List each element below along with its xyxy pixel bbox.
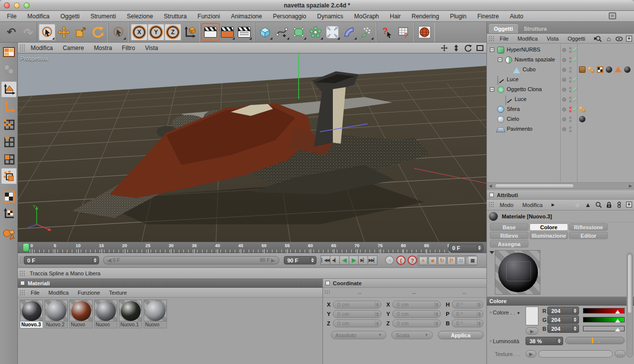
tab-oggetti[interactable]: Oggetti [489, 24, 518, 33]
scale-tool[interactable] [72, 24, 89, 41]
material-tag[interactable] [606, 66, 612, 73]
layer-dot[interactable] [562, 127, 566, 131]
enabled-check-icon[interactable]: ✓ [573, 105, 578, 112]
visibility-dot-editor[interactable] [569, 126, 572, 129]
checker-texture-tag[interactable] [597, 66, 603, 73]
r-gradient-slider[interactable] [583, 308, 625, 313]
viewport-zoom-icon[interactable] [452, 44, 461, 52]
vp-menu-filtro[interactable]: Filtro [122, 45, 135, 52]
coord-field-rot-b[interactable]: 0 ° [452, 319, 483, 327]
coord-field-scale-z[interactable]: 0 cm [392, 319, 441, 327]
visibility-dot-render[interactable] [569, 90, 572, 93]
polygon-mode-button[interactable] [1, 151, 17, 167]
tab-riflessione[interactable]: Riflessione [569, 223, 608, 231]
luminosity-field[interactable]: 38 % [526, 337, 563, 345]
menu-plugin[interactable]: Plugin [450, 13, 466, 20]
attr-menu-modifica[interactable]: Modifica [523, 202, 543, 208]
materials-menu-modifica[interactable]: Modifica [49, 290, 69, 296]
enabled-check-icon[interactable]: ✓ [573, 56, 578, 63]
smoothing-tag[interactable] [615, 66, 622, 72]
layer-dot[interactable] [562, 117, 566, 121]
timeline-playhead[interactable] [23, 243, 29, 252]
key-parameter-button[interactable]: P [447, 257, 456, 265]
render-settings-button[interactable] [219, 24, 236, 41]
visibility-dot-editor[interactable] [569, 87, 572, 89]
enabled-check-icon[interactable]: ✓ [573, 46, 578, 53]
search-icon[interactable] [595, 35, 602, 42]
layer-dot[interactable] [562, 78, 566, 82]
material-item[interactable]: Nuovo.1 [119, 300, 142, 328]
add-panel-icon[interactable]: + [626, 36, 632, 42]
collapse-icon[interactable]: − [490, 87, 494, 92]
window-mode-icon[interactable] [609, 12, 616, 19]
frame-field-ruler[interactable]: 0 F [449, 244, 483, 252]
redo-button[interactable]: ↷ [20, 24, 37, 41]
help-button[interactable]: ? [378, 24, 395, 41]
visibility-dot-editor[interactable] [569, 67, 572, 69]
key-scale-button[interactable]: ■ [428, 257, 437, 265]
menu-personaggio[interactable]: Personaggio [273, 13, 306, 20]
menu-animazione[interactable]: Animazione [231, 13, 262, 20]
panel-grip[interactable] [488, 202, 494, 208]
prev-frame-button[interactable]: ◀▏ [330, 256, 340, 265]
workplane-mode-button[interactable] [1, 206, 17, 222]
layer-dot[interactable] [562, 107, 566, 111]
uvw-tag[interactable] [579, 66, 585, 73]
luminosity-label[interactable]: ○ Luminosità [489, 338, 519, 344]
add-array-button[interactable] [307, 24, 324, 41]
om-menu-oggetti[interactable]: Oggetti [568, 36, 585, 42]
viewport-pan-icon[interactable] [440, 44, 449, 52]
add-panel-icon[interactable]: + [626, 202, 632, 208]
lock-icon[interactable] [605, 201, 612, 208]
object-name[interactable]: Cubo [523, 66, 535, 72]
visibility-dot-render[interactable] [569, 130, 572, 132]
lock-z-axis-button[interactable]: Z [164, 24, 181, 41]
visibility-dot-editor[interactable] [569, 57, 572, 59]
visibility-dot-render[interactable] [569, 110, 572, 112]
tree-row-cubo[interactable]: Cubo [487, 65, 634, 75]
tab-editor[interactable]: Editor [569, 232, 608, 239]
object-name[interactable]: HyperNURBS [507, 47, 540, 52]
vp-menu-modifica[interactable]: Modifica [31, 45, 53, 52]
object-axis-mode-button[interactable] [1, 99, 17, 115]
add-primitive-button[interactable] [257, 24, 273, 41]
visibility-dot-render[interactable] [569, 120, 572, 122]
material-item[interactable]: Nuovo.3 [20, 300, 43, 328]
material-name[interactable]: Nuovo.1 [119, 321, 142, 328]
goto-start-button[interactable]: ▏◀◀ [320, 256, 330, 265]
timeline-ruler[interactable]: 051015202530354045505560657075808590 0 F [18, 242, 486, 253]
coord-field-rot-p[interactable]: 0 ° [452, 310, 483, 318]
visibility-dot-render[interactable] [569, 51, 572, 53]
panel-grip[interactable] [19, 270, 25, 276]
panel-grip[interactable] [488, 36, 494, 41]
object-name[interactable]: Cielo [507, 116, 519, 122]
object-name[interactable]: Luce [507, 76, 519, 82]
visibility-dot-editor[interactable] [569, 106, 572, 109]
g-value-field[interactable]: 204 [547, 315, 579, 324]
scroll-right-icon[interactable]: ▶ [629, 184, 632, 188]
visibility-dot-editor[interactable] [569, 97, 572, 99]
attr-menu-modo[interactable]: Modo [500, 202, 514, 208]
materials-menu-file[interactable]: File [31, 290, 40, 296]
menu-struttura[interactable]: Struttura [164, 13, 187, 20]
key-position-button[interactable]: + [419, 257, 427, 265]
layer-dot[interactable] [562, 88, 566, 92]
object-name[interactable]: Sfera [507, 106, 520, 112]
hscroll-thumb[interactable] [495, 184, 574, 188]
material-item[interactable]: Nuovo [94, 300, 117, 328]
object-name[interactable]: Navetta spaziale [515, 56, 555, 62]
coord-scale-dropdown[interactable]: Scala▼ [391, 331, 433, 339]
home-icon[interactable]: ⌂ [605, 35, 612, 42]
viewport-maximize-icon[interactable] [476, 44, 484, 52]
visibility-dot-render[interactable] [569, 100, 572, 103]
command-manager-button[interactable]: ? [395, 24, 412, 41]
material-item[interactable]: Nuovo [144, 300, 167, 328]
menu-aiuto[interactable]: Aiuto [510, 13, 523, 20]
menu-finestre[interactable]: Finestre [477, 13, 499, 20]
convert-object-button[interactable] [1, 61, 17, 77]
scroll-left-icon[interactable]: ◀ [489, 184, 492, 188]
tree-row-sfera[interactable]: Sfera ✓ [487, 104, 634, 114]
viewport-rotate-icon[interactable] [464, 44, 473, 52]
lock-x-axis-button[interactable]: X [131, 24, 148, 41]
object-manager-hscrollbar[interactable]: ◀ ▶ [487, 182, 634, 189]
